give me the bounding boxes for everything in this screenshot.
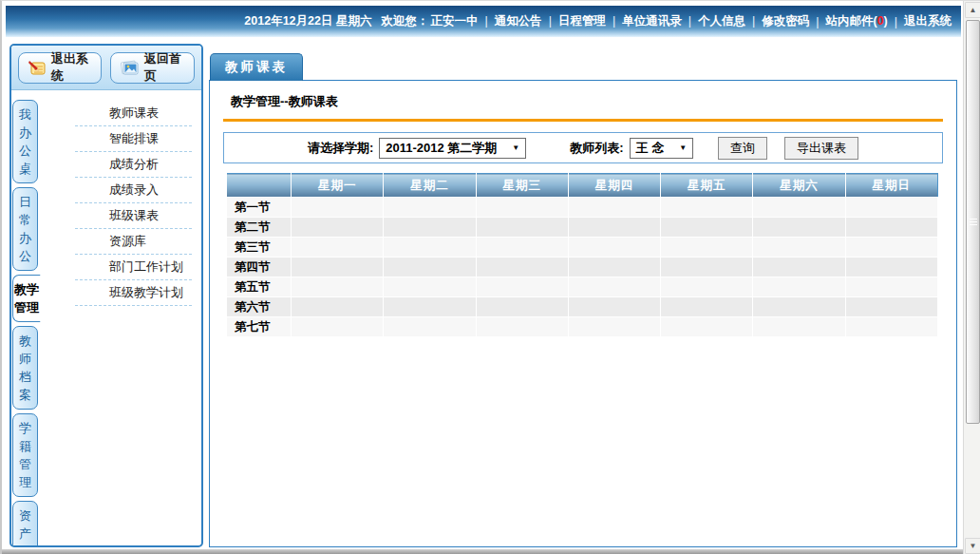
period-label: 第二节 bbox=[227, 218, 292, 238]
timetable-cell[interactable] bbox=[568, 198, 660, 218]
horizontal-scrollbar[interactable] bbox=[2, 549, 963, 554]
header-separator: | bbox=[895, 15, 897, 29]
timetable-cell[interactable] bbox=[753, 258, 845, 277]
timetable-cell[interactable] bbox=[384, 277, 476, 297]
return-home-button[interactable]: 返回首页 bbox=[110, 52, 195, 84]
timetable-cell[interactable] bbox=[476, 277, 568, 297]
scrollbar-thumb[interactable] bbox=[966, 20, 980, 424]
timetable-cell[interactable] bbox=[476, 258, 568, 277]
sidebar-menu-item[interactable]: 成绩分析 bbox=[75, 152, 192, 178]
timetable-cell[interactable] bbox=[845, 198, 937, 218]
exit-button-label: 退出系统 bbox=[51, 50, 92, 85]
timetable-cell[interactable] bbox=[661, 218, 753, 238]
timetable-cell[interactable] bbox=[661, 198, 753, 218]
timetable-cell[interactable] bbox=[384, 198, 476, 218]
timetable-cell[interactable] bbox=[753, 218, 845, 238]
sidebar-menu-item[interactable]: 班级课表 bbox=[75, 203, 192, 229]
timetable-day-header: 星期四 bbox=[568, 174, 660, 198]
timetable-cell[interactable] bbox=[753, 238, 845, 258]
semester-select[interactable]: 2011-2012 第二学期 ▼ bbox=[379, 138, 526, 159]
timetable-cell[interactable] bbox=[476, 218, 568, 238]
logout-link[interactable]: 退出系统 bbox=[904, 13, 952, 29]
sidebar-menu-item[interactable]: 成绩录入 bbox=[75, 178, 192, 203]
sidebar-tab-6[interactable]: 资产管理 bbox=[12, 501, 38, 545]
timetable-cell[interactable] bbox=[568, 297, 660, 317]
timetable-cell[interactable] bbox=[292, 317, 384, 337]
timetable-cell[interactable] bbox=[661, 277, 753, 297]
sidebar-tab-3[interactable]: 教学管理 bbox=[12, 275, 41, 322]
timetable-day-header: 星期五 bbox=[661, 174, 753, 198]
header-separator: | bbox=[688, 14, 691, 28]
timetable-day-header: 星期六 bbox=[753, 174, 845, 198]
query-form: 请选择学期: 2011-2012 第二学期 ▼ 教师列表: 王 念 ▼ 查询 导… bbox=[223, 132, 943, 163]
sidebar-menu-item[interactable]: 班级教学计划 bbox=[75, 280, 192, 306]
timetable-row: 第二节 bbox=[227, 218, 938, 238]
header-link[interactable]: 修改密码 bbox=[762, 14, 809, 28]
header-link[interactable]: 通知公告 bbox=[495, 14, 542, 28]
application-window: 2012年12月22日 星期六 欢迎您： 正安一中 |通知公告|日程管理|单位通… bbox=[0, 0, 980, 554]
header-link[interactable]: 单位通讯录 bbox=[622, 14, 682, 28]
period-label: 第三节 bbox=[227, 238, 292, 258]
timetable-cell[interactable] bbox=[292, 198, 384, 218]
header-separator: | bbox=[549, 14, 552, 28]
timetable-cell[interactable] bbox=[568, 238, 660, 258]
timetable-cell[interactable] bbox=[661, 297, 753, 317]
sidebar-tab-2[interactable]: 日常办公 bbox=[12, 187, 38, 271]
sidebar-menu-item[interactable]: 教师课表 bbox=[75, 101, 192, 126]
timetable-cell[interactable] bbox=[568, 277, 660, 297]
timetable-cell[interactable] bbox=[476, 297, 568, 317]
sidebar-menu-item[interactable]: 部门工作计划 bbox=[75, 255, 192, 280]
timetable-cell[interactable] bbox=[292, 218, 384, 238]
site-mail-link[interactable]: 站内邮件(0) bbox=[825, 13, 887, 29]
top-header-bar: 2012年12月22日 星期六 欢迎您： 正安一中 |通知公告|日程管理|单位通… bbox=[6, 6, 961, 37]
timetable-cell[interactable] bbox=[753, 297, 845, 317]
timetable-cell[interactable] bbox=[384, 297, 476, 317]
timetable-cell[interactable] bbox=[661, 317, 753, 337]
query-button[interactable]: 查询 bbox=[718, 137, 767, 160]
timetable-corner-cell bbox=[227, 174, 292, 198]
sidebar-tab-1[interactable]: 我办公桌 bbox=[12, 100, 38, 183]
timetable-cell[interactable] bbox=[568, 317, 660, 337]
sidebar-menu-item[interactable]: 智能排课 bbox=[75, 126, 192, 152]
timetable-day-header: 星期日 bbox=[845, 174, 937, 198]
timetable-cell[interactable] bbox=[384, 238, 476, 258]
timetable-cell[interactable] bbox=[845, 218, 937, 238]
timetable-cell[interactable] bbox=[845, 317, 937, 337]
header-separator: | bbox=[752, 14, 755, 28]
timetable-cell[interactable] bbox=[384, 218, 476, 238]
timetable-cell[interactable] bbox=[753, 317, 845, 337]
timetable-cell[interactable] bbox=[568, 218, 660, 238]
timetable-cell[interactable] bbox=[845, 238, 937, 258]
timetable-cell[interactable] bbox=[568, 258, 660, 277]
timetable-cell[interactable] bbox=[292, 277, 384, 297]
timetable-cell[interactable] bbox=[661, 258, 753, 277]
sidebar-tab-5[interactable]: 学籍管理 bbox=[12, 413, 38, 497]
header-link[interactable]: 日程管理 bbox=[558, 14, 606, 28]
timetable-cell[interactable] bbox=[292, 297, 384, 317]
teacher-select[interactable]: 王 念 ▼ bbox=[630, 138, 694, 159]
timetable-cell[interactable] bbox=[476, 317, 568, 337]
chevron-down-icon: ▼ bbox=[512, 143, 519, 152]
sidebar-menu-item[interactable]: 资源库 bbox=[75, 229, 192, 255]
header-link[interactable]: 个人信息 bbox=[698, 14, 745, 28]
scroll-up-arrow-icon[interactable]: ▲ bbox=[965, 2, 980, 18]
scroll-down-arrow-icon[interactable]: ▼ bbox=[965, 538, 980, 554]
timetable-cell[interactable] bbox=[845, 297, 937, 317]
timetable-cell[interactable] bbox=[753, 277, 845, 297]
timetable-cell[interactable] bbox=[292, 258, 384, 277]
sidebar-tab-4[interactable]: 教师档案 bbox=[12, 326, 38, 410]
timetable-cell[interactable] bbox=[845, 258, 937, 277]
mail-count-badge: 0 bbox=[877, 14, 884, 28]
timetable-cell[interactable] bbox=[384, 258, 476, 277]
content-tab-teacher-timetable[interactable]: 教师课表 bbox=[210, 53, 303, 81]
timetable-cell[interactable] bbox=[292, 238, 384, 258]
timetable-cell[interactable] bbox=[476, 198, 568, 218]
timetable-cell[interactable] bbox=[476, 238, 568, 258]
export-timetable-button[interactable]: 导出课表 bbox=[784, 137, 858, 160]
timetable-cell[interactable] bbox=[845, 277, 937, 297]
vertical-scrollbar[interactable]: ▲ ▼ bbox=[963, 1, 980, 554]
timetable-cell[interactable] bbox=[753, 198, 845, 218]
timetable-cell[interactable] bbox=[661, 238, 753, 258]
timetable-cell[interactable] bbox=[384, 317, 476, 337]
exit-system-button[interactable]: 退出系统 bbox=[18, 52, 102, 84]
